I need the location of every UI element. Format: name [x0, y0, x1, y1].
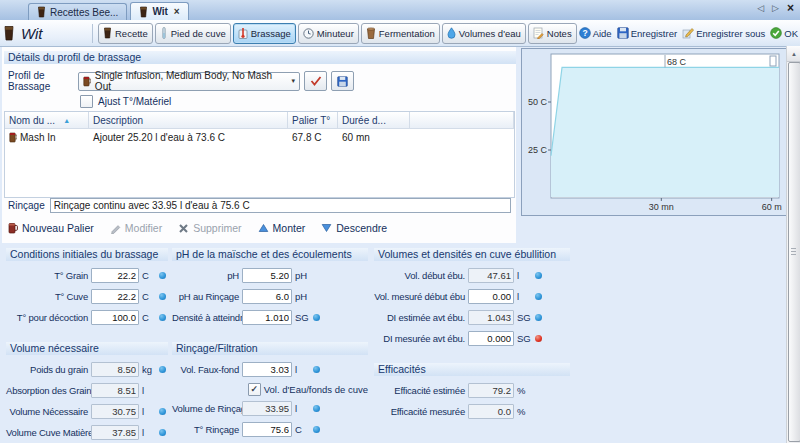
enregistrer-button[interactable]: Enregistrer [617, 27, 677, 39]
column-header-duree[interactable]: Durée d... [338, 112, 410, 128]
view-tab-label: Notes [547, 28, 572, 39]
fermenter-bucket-icon [366, 27, 376, 39]
field-efficacite-mesuree: Efficacité mesurée % [374, 401, 570, 422]
mash-profile-panel: Détails du profil de brassage Profil de … [2, 47, 516, 243]
water-drop-icon [447, 27, 456, 39]
edit-profile-button[interactable] [304, 71, 327, 91]
column-header-palier[interactable]: Palier T° [288, 112, 338, 128]
save-profile-button[interactable] [331, 71, 354, 91]
tab-label: Wit [152, 6, 167, 17]
densite-input[interactable] [242, 310, 292, 325]
vol-mesure-debut-ebu-input[interactable] [468, 289, 514, 304]
field-densite-atteindre: Densité à atteindre SG [172, 307, 368, 328]
di-mesuree-input[interactable] [468, 331, 514, 346]
linked-value-dot [159, 314, 166, 321]
ph-rincage-input[interactable] [242, 289, 292, 304]
view-tab-fermentation[interactable]: Fermentation [361, 23, 440, 44]
save-as-pencil-icon [682, 27, 694, 39]
section-title-ph: pH de la maïsche et des écoulements [172, 248, 368, 261]
linked-value-dot [159, 429, 166, 436]
nav-forward-icon[interactable]: ▷ [772, 3, 779, 13]
toolbar-separator [92, 24, 93, 43]
t-decoction-input[interactable] [91, 310, 139, 325]
tab-recettes[interactable]: Recettes Bee... [28, 3, 127, 20]
svg-text:68 C: 68 C [667, 57, 687, 67]
section-title-volume: Volume nécessaire [6, 342, 168, 355]
modifier-button: Modifier [110, 222, 162, 234]
view-tab-brassage[interactable]: Brassage [233, 23, 296, 44]
mash-tun-icon [238, 27, 248, 39]
new-step-mug-icon [8, 222, 18, 234]
descendre-button[interactable]: Descendre [321, 222, 387, 234]
field-absorption-grains: Absorption des Grains l [6, 380, 168, 401]
section-title-ebullition: Volumes et densités en cuve ébullition [374, 248, 570, 261]
field-ph: pH pH [172, 265, 368, 286]
alert-value-dot [535, 335, 542, 342]
adjust-temp-checkbox[interactable] [80, 95, 93, 108]
nav-close-icon[interactable]: × [787, 4, 794, 13]
field-vol-mesure-debut-ebu: Vol. mesuré début ébu l [374, 286, 570, 307]
t-rincage-input[interactable] [242, 422, 292, 437]
tab-wit[interactable]: Wit × [130, 2, 188, 20]
field-volume-necessaire: Volume Nécessaire l [6, 401, 168, 422]
efficacite-mesuree-input [468, 404, 514, 419]
scrollbar-thumb[interactable] [788, 62, 800, 442]
aide-button[interactable]: ? Aide [579, 27, 612, 39]
field-t-cuve: T° Cuve C [6, 286, 168, 307]
field-vol-faux-fond: Vol. Faux-fond l [172, 359, 368, 380]
column-header-nom[interactable]: Nom du ... ▲ [5, 112, 89, 128]
field-ph-rincage: pH au Rinçage pH [172, 286, 368, 307]
beer-glass-icon [139, 6, 148, 18]
field-t-decoction: T° pour décoction C [6, 307, 168, 328]
save-icon [617, 27, 629, 39]
chevron-down-icon: ▾ [291, 77, 295, 85]
t-cuve-input[interactable] [91, 289, 139, 304]
poids-grain-input [91, 362, 139, 377]
action-label: Enregistrer sous [696, 28, 765, 39]
mash-profile-combobox[interactable]: Single Infusion, Medium Body, No Mash Ou… [78, 72, 300, 91]
linked-value-dot [159, 293, 166, 300]
page-title: Wit [21, 25, 43, 42]
column-header-description[interactable]: Description [89, 112, 288, 128]
view-tab-recette[interactable]: Recette [98, 23, 153, 44]
view-tab-volumes-eau[interactable]: Volumes d'eau [442, 23, 526, 44]
beer-mug-icon [9, 132, 17, 143]
vertical-scrollbar[interactable]: ▲ [786, 46, 800, 443]
delete-x-icon [178, 223, 189, 234]
beer-glass-icon [103, 27, 112, 39]
scrollbar-up-button[interactable]: ▲ [787, 46, 800, 62]
vol-eau-fonds-checkbox[interactable]: ✓ [248, 383, 261, 396]
ph-input[interactable] [242, 268, 292, 283]
svg-text:25 C: 25 C [528, 145, 548, 155]
tab-nav-controls: ◁ ▷ × [757, 3, 794, 13]
nouveau-palier-button[interactable]: Nouveau Palier [8, 222, 94, 234]
vol-debut-ebu-input [468, 268, 514, 283]
section-title-conditions: Conditions initiales du brassage [6, 248, 168, 261]
document-tab-bar: Recettes Bee... Wit × ◁ ▷ × [0, 0, 800, 20]
rincage-field[interactable] [50, 198, 511, 213]
view-tab-pied-de-cuve[interactable]: Pied de cuve [155, 23, 231, 44]
ok-button[interactable]: OK [770, 27, 798, 39]
efficacite-estimee-input [468, 383, 514, 398]
monter-button[interactable]: Monter [258, 222, 306, 234]
form-column-conditions: Conditions initiales du brassage T° Grai… [6, 248, 168, 443]
view-tab-minuteur[interactable]: Minuteur [298, 23, 359, 44]
section-title-efficacites: Efficacités [374, 363, 570, 376]
action-label: OK [784, 28, 798, 39]
linked-value-dot [535, 314, 542, 321]
table-header-row: Nom du ... ▲ Description Palier T° Durée… [5, 112, 514, 129]
column-header-empty [410, 112, 514, 128]
tab-close-icon[interactable]: × [174, 6, 180, 17]
faux-fond-input[interactable] [242, 362, 292, 377]
rincage-label: Rinçage [8, 200, 45, 211]
t-grain-input[interactable] [91, 268, 139, 283]
field-volume-rincage: Volume de Rinçage l [172, 398, 368, 419]
nav-back-icon[interactable]: ◁ [757, 3, 764, 13]
edit-pencil-icon [110, 223, 121, 234]
linked-value-dot [313, 366, 320, 373]
absorption-input [91, 383, 139, 398]
beer-glass-icon [37, 6, 46, 18]
view-tab-notes[interactable]: Notes [528, 23, 577, 44]
enregistrer-sous-button[interactable]: Enregistrer sous [682, 27, 765, 39]
table-row-mash-in[interactable]: Mash In Ajouter 25.20 l d'eau à 73.6 C 6… [5, 129, 514, 145]
